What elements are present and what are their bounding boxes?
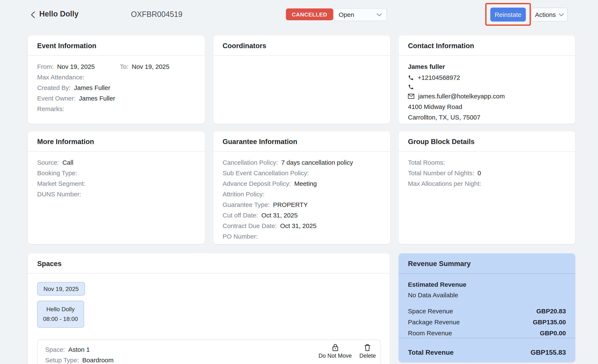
field-label: Guarantee Type: <box>223 201 270 208</box>
card-title: Group Block Details <box>399 131 575 151</box>
revenue-label: Space Revenue <box>408 308 453 314</box>
field-row: Cancellation Policy: 7 days cancellation… <box>223 159 381 166</box>
field-row: Booking Type: <box>37 170 196 176</box>
lock-icon <box>332 344 339 351</box>
field-label: DUNS Number: <box>37 191 81 198</box>
field-value: 0 <box>477 170 481 176</box>
field-label: Created By: <box>37 84 71 91</box>
space-detail-box: Space: Aston 1 Setup Type: Boardroom Des… <box>37 339 381 364</box>
header: Hello Dolly OXFBR004519 CANCELLED Open R… <box>0 0 598 30</box>
space-event-chip-title: Hello Dolly <box>43 305 78 314</box>
contact-phone: +12104568972 <box>418 74 460 81</box>
revenue-label: Package Revenue <box>408 319 460 326</box>
contact-phone-row: +12104568972 <box>408 74 566 81</box>
field-row: Total Number of Nights: 0 <box>408 170 566 176</box>
field-value: Aston 1 <box>68 346 90 353</box>
revenue-amount: GBP20.83 <box>536 308 566 314</box>
spaces-card: Spaces Nov 19, 2025 Hello Dolly 08:00 - … <box>28 253 390 364</box>
field-label: Event Owner: <box>37 95 75 102</box>
field-label: Sub Event Cancellation Policy: <box>223 170 309 176</box>
field-value: James Fuller <box>74 84 110 91</box>
field-value: 7 days cancellation policy <box>281 159 353 166</box>
status-badge: CANCELLED <box>286 8 333 20</box>
field-label: Advance Deposit Policy: <box>223 180 291 187</box>
field-row: Event Owner: James Fuller <box>37 95 196 102</box>
contact-name: James fuller <box>408 63 566 70</box>
divider <box>399 338 575 338</box>
field-row: Market Segment: <box>37 180 196 187</box>
mail-icon <box>408 94 414 99</box>
card-title: Revenue Summary <box>399 253 575 273</box>
field-value: James Fuller <box>79 95 115 102</box>
revenue-amount: GBP135.00 <box>533 319 566 326</box>
annotation-highlight: Reinstate <box>485 3 531 26</box>
field-row: Max Attendance: <box>37 74 196 81</box>
field-value: PROPERTY <box>273 201 308 208</box>
card-title: Guarantee Information <box>213 131 390 151</box>
contact-address-line1: 4100 Midway Road <box>408 103 566 110</box>
field-label: Market Segment: <box>37 180 85 187</box>
chevron-left-icon <box>29 10 38 19</box>
delete-button[interactable]: Delete <box>359 344 376 359</box>
field-row: Source: Call <box>37 159 196 166</box>
field-row: Remarks: <box>37 106 196 112</box>
revenue-amount: GBP0.00 <box>540 330 566 337</box>
guarantee-information-card: Guarantee Information Cancellation Polic… <box>213 131 390 244</box>
field-value: Call <box>62 159 73 166</box>
phone-icon <box>408 84 414 90</box>
revenue-row: Space Revenue GBP20.83 <box>408 308 566 314</box>
group-block-details-card: Group Block Details Total Rooms: Total N… <box>399 131 575 244</box>
status-dropdown[interactable]: Open <box>334 8 387 21</box>
contact-address-line2: Carrollton, TX, US, 75007 <box>408 114 566 121</box>
card-title: Coordinators <box>213 35 390 55</box>
field-row: Contract Due Date: Oct 31, 2025 <box>223 223 381 229</box>
card-title: Contact Information <box>399 35 575 55</box>
field-value: Oct 31, 2025 <box>280 223 316 229</box>
contact-email-row: james.fuller@hotelkeyapp.com <box>408 93 566 100</box>
do-not-move-button[interactable]: Do Not Move <box>318 344 352 359</box>
field-value: Meeting <box>294 180 317 187</box>
event-code: OXFBR004519 <box>131 10 183 19</box>
space-event-chip[interactable]: Hello Dolly 08:00 - 18:00 <box>37 301 84 328</box>
coordinators-card: Coordinators <box>213 35 390 124</box>
phone-icon <box>408 75 414 81</box>
reinstate-button[interactable]: Reinstate <box>490 7 526 21</box>
field-label: To: <box>120 63 128 70</box>
do-not-move-label: Do Not Move <box>318 353 352 359</box>
revenue-row: Room Revenue GBP0.00 <box>408 330 566 337</box>
revenue-summary-card: Revenue Summary Estimated Revenue No Dat… <box>399 253 575 362</box>
field-label: Remarks: <box>37 106 64 112</box>
field-value: Nov 19, 2025 <box>57 63 95 70</box>
card-title: Spaces <box>28 253 390 273</box>
field-value: Boardroom <box>82 357 114 364</box>
back-button[interactable] <box>29 10 38 19</box>
field-label: Source: <box>37 159 59 166</box>
delete-label: Delete <box>359 353 376 359</box>
field-label: Attrition Policy: <box>223 191 264 198</box>
space-event-chip-time: 08:00 - 18:00 <box>43 314 78 324</box>
field-label: Max Allocations per Night: <box>408 180 481 187</box>
field-row: DUNS Number: <box>37 191 196 198</box>
field-row: Max Allocations per Night: <box>408 180 566 187</box>
revenue-row: Package Revenue GBP135.00 <box>408 319 566 326</box>
field-row: From: Nov 19, 2025 To: Nov 19, 2025 <box>37 63 196 70</box>
divider <box>213 55 390 56</box>
field-label: Space: <box>45 346 65 353</box>
field-label: Max Attendance: <box>37 74 84 81</box>
contact-phone-row-2 <box>408 84 566 90</box>
field-row: Created By: James Fuller <box>37 84 196 91</box>
event-information-card: Event Information From: Nov 19, 2025 To:… <box>28 35 205 124</box>
chevron-down-icon <box>377 13 382 16</box>
field-row: Total Rooms: <box>408 159 566 166</box>
field-row: Advance Deposit Policy: Meeting <box>223 180 381 187</box>
space-date-chip[interactable]: Nov 19, 2025 <box>37 282 85 296</box>
actions-button[interactable]: Actions <box>531 8 568 22</box>
contact-email: james.fuller@hotelkeyapp.com <box>418 93 505 100</box>
field-value: Oct 31, 2025 <box>261 212 298 219</box>
field-label: From: <box>37 63 54 70</box>
no-data-text: No Data Available <box>408 292 566 298</box>
status-dropdown-value: Open <box>339 11 354 18</box>
field-label: Cancellation Policy: <box>223 159 278 166</box>
field-row: PO Number: <box>223 233 381 240</box>
more-information-card: More Information Source: Call Booking Ty… <box>28 131 205 244</box>
